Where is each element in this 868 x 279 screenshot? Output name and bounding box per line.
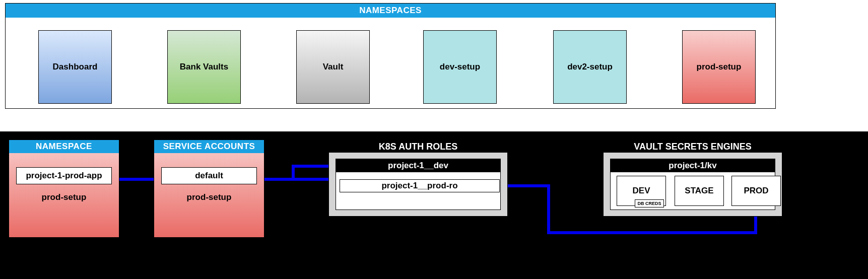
service-accounts-card: SERVICE ACCOUNTS default prod-setup (154, 140, 264, 238)
namespace-card: NAMESPACE project-1-prod-app prod-setup (9, 140, 119, 238)
role-entry-prod-ro: project-1__prod-ro (340, 179, 500, 192)
namespaces-panel: NAMESPACES (5, 3, 776, 109)
service-accounts-sub: prod-setup (154, 192, 264, 202)
namespace-card-title: NAMESPACE (9, 140, 119, 153)
namespace-box-vault: Vault (296, 30, 370, 104)
secrets-inner-header: project-1/kv (611, 159, 775, 172)
namespace-card-sub: prod-setup (9, 192, 119, 202)
namespace-box-prod-setup: prod-setup (682, 30, 756, 104)
namespace-card-app: project-1-prod-app (16, 167, 112, 184)
k8s-auth-roles-title: K8S AUTH ROLES (328, 142, 508, 152)
roles-inner-header: project-1__dev (336, 159, 500, 172)
namespace-box-bank-vaults: Bank Vaults (167, 30, 241, 104)
vault-secrets-title: VAULT SECRETS ENGINES (603, 142, 782, 152)
db-creds-label: DB CREDS (635, 199, 664, 207)
namespaces-title: NAMESPACES (6, 4, 775, 18)
service-accounts-title: SERVICE ACCOUNTS (154, 140, 264, 153)
secret-box-prod: PROD (731, 176, 781, 206)
namespace-box-dev-setup: dev-setup (423, 30, 497, 104)
secret-box-stage: STAGE (675, 176, 724, 206)
namespace-box-dashboard: Dashboard (38, 30, 112, 104)
service-account-default: default (161, 167, 257, 184)
namespace-box-dev2-setup: dev2-setup (553, 30, 627, 104)
